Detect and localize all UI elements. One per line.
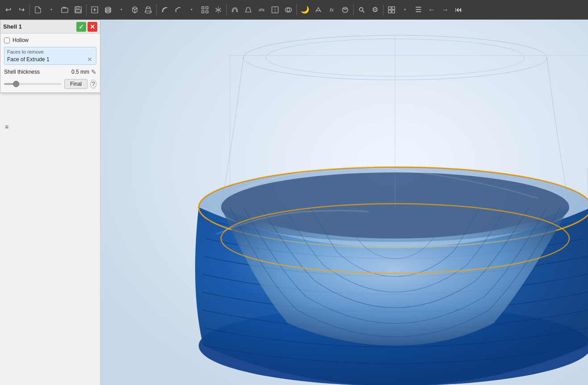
svg-rect-22 [392, 10, 395, 13]
dropdown-4[interactable]: ▾ [399, 4, 411, 16]
separator-3 [156, 4, 157, 15]
mirror-icon[interactable] [212, 4, 225, 16]
hollow-checkbox[interactable] [4, 38, 10, 43]
emboss-icon[interactable] [312, 4, 325, 16]
draft-icon[interactable] [242, 4, 254, 16]
shell-dialog-title: Shell 1 [3, 23, 22, 30]
sketch-icon[interactable] [88, 4, 101, 16]
shell-dialog-body: Hollow Faces to remove Face of Extrude 1… [0, 33, 100, 92]
cube-wireframe-icon[interactable] [129, 4, 141, 16]
svg-point-8 [146, 7, 150, 8]
extrude-icon[interactable] [102, 4, 114, 16]
faces-label: Faces to remove [7, 49, 93, 54]
settings-icon[interactable]: ⚙ [369, 4, 381, 16]
redo-icon[interactable]: ↪ [15, 4, 28, 16]
svg-rect-0 [62, 8, 68, 13]
final-button[interactable]: Final [64, 79, 88, 89]
shell-dialog-header: Shell 1 ✓ ✕ [0, 20, 100, 33]
list-view-icon[interactable]: ☰ [412, 4, 425, 16]
open-icon[interactable] [58, 4, 71, 16]
dropdown-2[interactable]: ▾ [115, 4, 128, 16]
new-icon[interactable] [32, 4, 44, 16]
thickness-value-area: 0.5 mm ✎ [71, 68, 96, 75]
shell-dialog: Shell 1 ✓ ✕ Hollow Faces to remove Face [0, 20, 100, 93]
svg-rect-21 [388, 10, 391, 13]
faces-section: Faces to remove Face of Extrude 1 ✕ [4, 47, 96, 65]
svg-rect-20 [392, 7, 395, 9]
split-icon[interactable] [269, 4, 281, 16]
svg-rect-13 [206, 11, 208, 13]
separator-5 [296, 4, 297, 15]
confirm-button[interactable]: ✓ [76, 22, 86, 32]
thickness-slider[interactable] [4, 83, 62, 85]
left-panel: Shell 1 ✓ ✕ Hollow Faces to remove Face [0, 20, 100, 385]
save-icon[interactable] [72, 4, 84, 16]
fillet-icon[interactable] [158, 4, 171, 16]
help-button[interactable]: ? [90, 80, 96, 88]
hollow-row: Hollow [4, 37, 96, 43]
combine-icon[interactable] [282, 4, 295, 16]
search-icon[interactable] [355, 4, 368, 16]
face-item-label: Face of Extrude 1 [7, 56, 50, 63]
svg-point-18 [359, 8, 363, 11]
moon-icon[interactable]: 🌙 [299, 4, 311, 16]
thicken-icon[interactable] [255, 4, 268, 16]
nav-home-icon[interactable]: ⏮ [452, 4, 465, 16]
feature-tree-icon[interactable]: ≡ [1, 121, 12, 132]
cancel-button[interactable]: ✕ [88, 22, 97, 32]
thickness-edit-button[interactable]: ✎ [91, 68, 96, 75]
material-icon[interactable] [339, 4, 351, 16]
model-3d-view [100, 20, 588, 385]
dropdown-1[interactable]: ▾ [45, 4, 58, 16]
left-icon-bar: ≡ [0, 118, 13, 385]
separator-2 [86, 4, 87, 15]
nav-back-icon[interactable]: ← [425, 4, 438, 16]
undo-icon[interactable]: ↩ [2, 4, 14, 16]
svg-rect-10 [202, 7, 204, 9]
face-remove-button[interactable]: ✕ [86, 56, 93, 63]
svg-rect-19 [388, 7, 391, 9]
main-area: Shell 1 ✓ ✕ Hollow Faces to remove Face [0, 20, 588, 385]
thickness-row: Shell thickness 0.5 mm ✎ [4, 68, 96, 75]
action-row: Final ? [4, 79, 96, 89]
loft-icon[interactable] [142, 4, 154, 16]
chamfer-icon[interactable] [172, 4, 184, 16]
svg-rect-2 [76, 7, 79, 9]
separator-6 [353, 4, 354, 15]
svg-rect-3 [75, 10, 81, 12]
toolbar: ↩ ↪ ▾ ▾ ▾ [0, 0, 588, 20]
shell-icon[interactable] [229, 4, 241, 16]
separator-7 [383, 4, 384, 15]
separator-1 [29, 4, 30, 15]
svg-point-9 [145, 11, 151, 13]
viewport[interactable] [100, 20, 588, 385]
hollow-label: Hollow [13, 37, 29, 43]
svg-rect-12 [202, 11, 204, 13]
header-buttons: ✓ ✕ [76, 22, 97, 32]
svg-rect-11 [206, 7, 208, 9]
nav-forward-icon[interactable]: → [439, 4, 451, 16]
face-item: Face of Extrude 1 ✕ [7, 56, 93, 63]
thickness-label: Shell thickness [4, 69, 40, 75]
separator-4 [226, 4, 227, 15]
dropdown-3[interactable]: ▾ [185, 4, 198, 16]
thickness-value: 0.5 mm [71, 69, 89, 75]
pattern-icon[interactable] [199, 4, 211, 16]
view-grid-icon[interactable] [385, 4, 398, 16]
fx-icon[interactable]: fx [325, 4, 338, 16]
